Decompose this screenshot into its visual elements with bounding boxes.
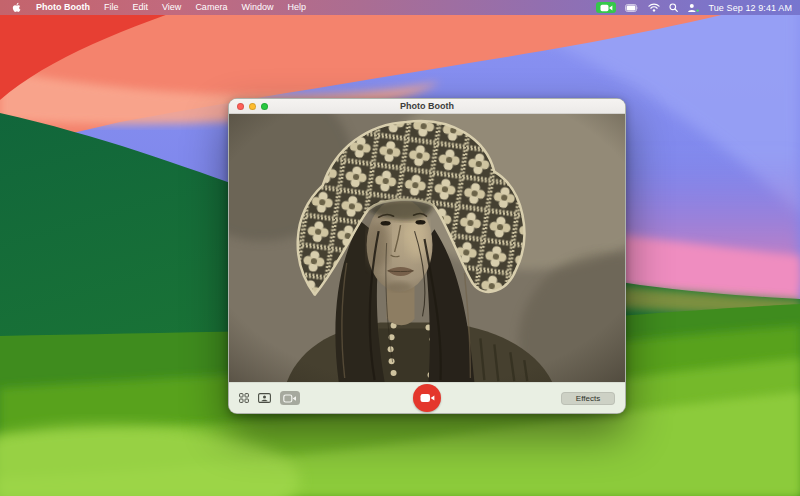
menu-item-edit[interactable]: Edit [126, 0, 156, 15]
video-camera-icon [283, 394, 297, 403]
effects-button[interactable]: Effects [561, 392, 615, 405]
grid-icon [239, 393, 249, 403]
menu-item-window[interactable]: Window [234, 0, 280, 15]
menu-item-help[interactable]: Help [280, 0, 313, 15]
zoom-button[interactable] [261, 103, 268, 110]
search-icon[interactable] [669, 3, 678, 12]
video-camera-icon [600, 4, 613, 12]
video-camera-icon [420, 393, 435, 403]
record-button[interactable] [413, 384, 441, 412]
menu-bar-clock[interactable]: Tue Sep 12 9:41 AM [708, 3, 792, 13]
mode-buttons [239, 391, 300, 405]
window-title: Photo Booth [229, 101, 625, 111]
photo-booth-window: Photo Booth [228, 98, 626, 414]
menu-bar: Photo Booth File Edit View Camera Window… [0, 0, 800, 15]
traffic-lights [237, 103, 268, 110]
menu-item-camera[interactable]: Camera [188, 0, 234, 15]
record-video-mode-button[interactable] [280, 391, 300, 405]
battery-icon[interactable] [625, 4, 639, 12]
camera-preview [229, 114, 625, 382]
minimize-button[interactable] [249, 103, 256, 110]
apple-icon [12, 2, 21, 13]
menu-item-file[interactable]: File [97, 0, 126, 15]
close-button[interactable] [237, 103, 244, 110]
user-status-icon[interactable] [687, 3, 699, 13]
apple-menu[interactable] [8, 2, 29, 13]
wifi-icon[interactable] [648, 3, 660, 12]
take-photo-button[interactable] [258, 391, 271, 405]
still-photo-icon [258, 393, 271, 403]
window-titlebar[interactable]: Photo Booth [229, 99, 625, 114]
grid-view-button[interactable] [239, 391, 249, 405]
desktop: Photo Booth File Edit View Camera Window… [0, 0, 800, 496]
camera-active-indicator[interactable] [596, 2, 616, 13]
menu-item-view[interactable]: View [155, 0, 188, 15]
window-toolbar: Effects [229, 382, 625, 413]
menu-item-photo-booth[interactable]: Photo Booth [29, 0, 97, 15]
